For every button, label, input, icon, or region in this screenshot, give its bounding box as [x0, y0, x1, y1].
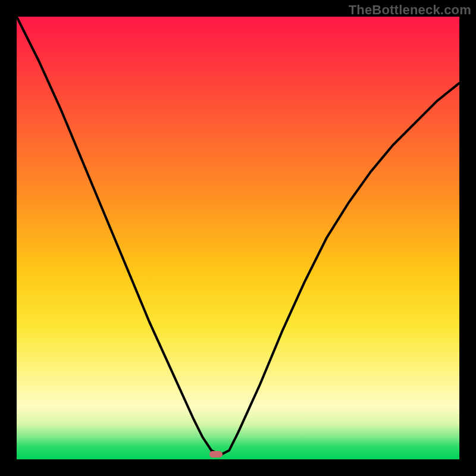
min-marker	[209, 451, 223, 458]
plot-area	[17, 17, 459, 459]
watermark-text: TheBottleneck.com	[349, 2, 471, 18]
curve-layer	[17, 17, 459, 459]
chart-frame: TheBottleneck.com	[0, 0, 476, 476]
bottleneck-curve-path	[17, 17, 459, 455]
